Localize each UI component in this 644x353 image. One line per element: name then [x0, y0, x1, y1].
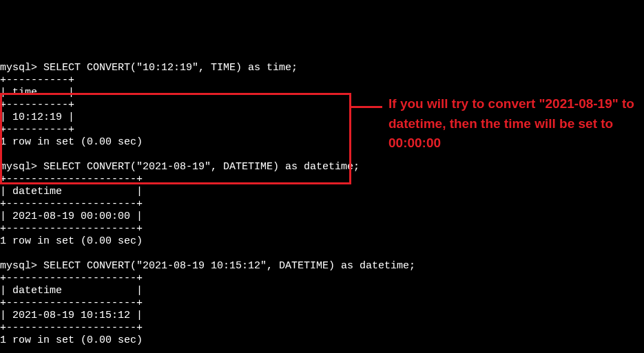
sql-query-1: SELECT CONVERT("10:12:19", TIME) as time…	[43, 62, 298, 74]
sql-query-3: SELECT CONVERT("2021-08-19 10:15:12", DA…	[43, 260, 415, 272]
separator: +---------------------+	[0, 198, 143, 210]
prompt: mysql>	[0, 260, 37, 272]
annotation-connector	[351, 106, 382, 108]
column-header: | time |	[0, 87, 74, 98]
result-row: | 10:12:19 |	[0, 111, 74, 123]
separator: +---------------------+	[0, 322, 143, 334]
result-row: | 2021-08-19 10:15:12 |	[0, 310, 143, 321]
separator: +----------+	[0, 124, 74, 136]
result-footer: 1 row in set (0.00 sec)	[0, 235, 143, 247]
sql-query-2: SELECT CONVERT("2021-08-19", DATETIME) a…	[43, 161, 360, 173]
separator: +---------------------+	[0, 272, 143, 284]
result-footer: 1 row in set (0.00 sec)	[0, 334, 143, 346]
prompt: mysql>	[0, 161, 37, 173]
column-header: | datetime |	[0, 186, 143, 197]
separator: +----------+	[0, 74, 74, 86]
separator: +----------+	[0, 99, 74, 111]
prompt: mysql>	[0, 62, 37, 74]
column-header: | datetime |	[0, 285, 143, 297]
result-footer: 1 row in set (0.00 sec)	[0, 136, 143, 148]
annotation-text: If you will try to convert "2021-08-19" …	[388, 94, 636, 153]
separator: +---------------------+	[0, 223, 143, 235]
separator: +---------------------+	[0, 297, 143, 309]
result-row: | 2021-08-19 00:00:00 |	[0, 211, 143, 222]
separator: +---------------------+	[0, 173, 143, 185]
